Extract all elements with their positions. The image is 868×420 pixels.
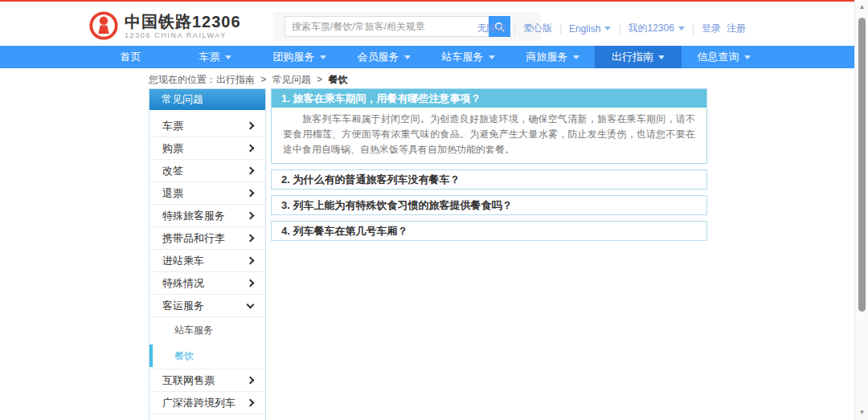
faq-item-2[interactable]: 2. 为什么有的普通旅客列车没有餐车？ <box>271 169 707 190</box>
faq-content: 1. 旅客在乘车期间，用餐有哪些注意事项？ 旅客列车车厢属于封闭空间。为创造良好… <box>271 88 707 247</box>
chevron-right-icon <box>247 279 255 287</box>
active-indicator-bar <box>149 345 153 367</box>
chevron-right-icon <box>247 399 255 407</box>
chevron-down-icon <box>225 55 231 59</box>
nav-item-business-travel[interactable]: 商旅服务 <box>510 46 595 68</box>
nav-item-station-service[interactable]: 站车服务 <box>426 46 510 68</box>
faq-item-4[interactable]: 4. 列车餐车在第几号车厢？ <box>271 221 707 241</box>
chevron-right-icon <box>247 234 255 243</box>
nav-label: 站车服务 <box>442 50 484 64</box>
sidebar-item-label: 进站乘车 <box>162 254 204 268</box>
link-my12306[interactable]: 我的12306 <box>628 22 674 35</box>
nav-item-home[interactable]: 首页 <box>88 46 173 68</box>
sidebar-title: 常见问题 <box>149 89 265 110</box>
chevron-down-icon <box>678 27 685 31</box>
nav-label: 首页 <box>121 50 141 64</box>
divider: | <box>514 23 516 35</box>
sidebar-item-label: 互联网售票 <box>162 373 215 388</box>
breadcrumb-separator: > <box>317 74 322 85</box>
sidebar-item-label: 携带品和行李 <box>162 231 225 246</box>
sidebar-subitem-label: 站车服务 <box>174 324 213 337</box>
link-accessibility[interactable]: 无障碍 <box>477 22 506 35</box>
sidebar-item-label: 特殊旅客服务 <box>162 209 225 223</box>
faq-question-1[interactable]: 1. 旅客在乘车期间，用餐有哪些注意事项？ <box>272 89 706 108</box>
faq-answer-1: 旅客列车车厢属于封闭空间。为创造良好旅途环境，确保空气清新，旅客在乘车期间，请不… <box>272 108 706 163</box>
sidebar-item-luggage[interactable]: 携带品和行李 <box>150 227 264 250</box>
nav-label: 出行指南 <box>612 50 653 64</box>
page: 中国铁路12306 12306 CHINA RAILWAY 无障碍 | 爱心版 … <box>0 0 868 420</box>
breadcrumb-travel-guide[interactable]: 出行指南 <box>216 74 255 85</box>
scrollbar-thumb[interactable] <box>858 18 866 312</box>
sidebar-item-label: 改签 <box>162 164 183 178</box>
chevron-right-icon <box>247 377 255 385</box>
chevron-right-icon <box>247 190 255 198</box>
site-header: 中国铁路12306 12306 CHINA RAILWAY 无障碍 | 爱心版 … <box>0 2 854 46</box>
link-register[interactable]: 注册 <box>727 22 746 35</box>
scrollbar[interactable]: ▲ ▼ <box>854 0 868 420</box>
sidebar-item-boarding[interactable]: 进站乘车 <box>150 250 264 272</box>
sidebar-subitem-dining[interactable]: 餐饮 <box>150 343 264 369</box>
sidebar-item-gz-sz-hk-trains[interactable]: 广深港跨境列车 <box>150 392 264 414</box>
sidebar-item-tickets[interactable]: 车票 <box>150 115 264 137</box>
chevron-down-icon <box>247 300 255 308</box>
sidebar-item-internet-ticketing[interactable]: 互联网售票 <box>150 369 264 392</box>
nav-items: 首页 车票 团购服务 会员服务 站车服务 商旅服务 出行指南 信息查询 <box>88 46 766 68</box>
sidebar-item-label: 特殊情况 <box>162 276 204 291</box>
divider: | <box>618 23 620 35</box>
faq-question-4: 4. 列车餐车在第几号车厢？ <box>281 224 407 239</box>
nav-item-member-service[interactable]: 会员服务 <box>342 46 426 68</box>
nav-item-group-service[interactable]: 团购服务 <box>257 46 342 68</box>
faq-question-3: 3. 列车上能为有特殊饮食习惯的旅客提供餐食吗？ <box>281 198 512 213</box>
chevron-right-icon <box>247 145 255 153</box>
chevron-right-icon <box>247 122 255 130</box>
faq-answer-text: 旅客列车车厢属于封闭空间。为创造良好旅途环境，确保空气清新，旅客在乘车期间，请不… <box>283 112 695 157</box>
chevron-right-icon <box>247 257 255 265</box>
chevron-down-icon <box>489 55 495 59</box>
nav-item-info-query[interactable]: 信息查询 <box>682 46 766 68</box>
sidebar-item-label: 车票 <box>162 119 183 133</box>
nav-label: 团购服务 <box>273 50 315 64</box>
chevron-right-icon <box>247 212 255 220</box>
chevron-down-icon <box>320 55 326 59</box>
chevron-down-icon <box>573 55 579 59</box>
logo-text: 中国铁路12306 12306 CHINA RAILWAY <box>125 13 241 39</box>
sidebar-item-label: 客运服务 <box>162 299 204 313</box>
sidebar-item-rebook[interactable]: 改签 <box>150 160 264 182</box>
chevron-right-icon <box>247 167 255 175</box>
railway-logo-icon <box>88 10 119 41</box>
divider: | <box>559 23 562 35</box>
scroll-up-arrow-icon[interactable]: ▲ <box>855 1 868 14</box>
sidebar-item-label: 退票 <box>162 186 183 201</box>
breadcrumb-faq[interactable]: 常见问题 <box>272 74 311 85</box>
scroll-down-arrow-icon[interactable]: ▼ <box>855 406 868 419</box>
sidebar-subitem-label: 餐饮 <box>174 349 194 363</box>
search-input[interactable] <box>285 16 489 37</box>
chevron-down-icon <box>604 27 611 31</box>
sidebar-item-special-passenger[interactable]: 特殊旅客服务 <box>150 205 264 227</box>
sidebar-sublist: 站车服务 餐饮 <box>150 317 264 369</box>
faq-question-2: 2. 为什么有的普通旅客列车没有餐车？ <box>281 173 460 187</box>
main-nav: 首页 车票 团购服务 会员服务 站车服务 商旅服务 出行指南 信息查询 <box>0 46 854 68</box>
sidebar-item-label: 购票 <box>162 141 183 156</box>
sidebar-subitem-station-service[interactable]: 站车服务 <box>150 317 264 343</box>
link-login[interactable]: 登录 <box>702 22 721 35</box>
chevron-down-icon <box>404 55 411 59</box>
faq-item-3[interactable]: 3. 列车上能为有特殊饮食习惯的旅客提供餐食吗？ <box>271 195 707 215</box>
sidebar-item-buy-tickets[interactable]: 购票 <box>150 137 264 160</box>
nav-item-tickets[interactable]: 车票 <box>173 46 257 68</box>
chevron-down-icon <box>658 55 665 59</box>
link-care-edition[interactable]: 爱心版 <box>523 22 552 35</box>
sidebar-item-refund[interactable]: 退票 <box>150 182 264 205</box>
breadcrumb-separator: > <box>260 74 266 85</box>
site-title: 中国铁路12306 <box>125 13 241 31</box>
link-english[interactable]: English <box>569 23 600 35</box>
sidebar-item-passenger-service[interactable]: 客运服务 <box>150 295 264 317</box>
nav-item-travel-guide[interactable]: 出行指南 <box>595 46 682 68</box>
site-subtitle: 12306 CHINA RAILWAY <box>125 31 241 39</box>
divider: | <box>692 23 694 35</box>
breadcrumb: 您现在的位置：出行指南 > 常见问题 > 餐饮 <box>149 73 347 87</box>
logo[interactable]: 中国铁路12306 12306 CHINA RAILWAY <box>88 10 241 41</box>
sidebar-item-label: 广深港跨境列车 <box>162 396 235 410</box>
breadcrumb-current: 餐饮 <box>328 74 347 85</box>
sidebar-item-special-cases[interactable]: 特殊情况 <box>150 272 264 295</box>
